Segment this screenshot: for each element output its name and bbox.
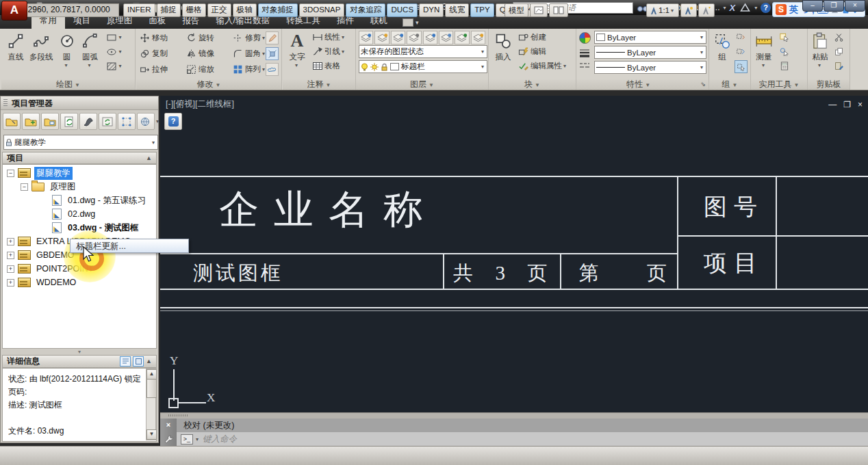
layer-state-combo[interactable]: 未保存的图层状态▾ [359, 45, 487, 58]
edit-block-button[interactable]: 编辑 [518, 46, 567, 57]
edit-attr-dropdown-icon[interactable]: ▾ [563, 63, 567, 69]
object-color-combo[interactable]: ByLayer▾ [594, 31, 706, 44]
tree-expand-icon[interactable]: + [7, 238, 14, 245]
layer-color-swatch[interactable] [390, 63, 399, 70]
tree-expand-icon[interactable]: + [7, 279, 14, 287]
erase-icon[interactable] [266, 31, 279, 44]
tree-item-label[interactable]: 03.dwg - 测试图框 [66, 222, 140, 235]
tree-item-label[interactable]: 01.dwg - 第五课练习 [66, 194, 148, 207]
paste-button[interactable]: 粘贴 ▾ [808, 30, 832, 72]
projects-collapse-icon[interactable]: ▲ [146, 152, 152, 163]
tree-item-label[interactable]: 02.dwg [66, 209, 97, 220]
publish-web-icon[interactable] [137, 113, 155, 130]
status-toggle-正交[interactable]: 正交 [207, 3, 231, 17]
status-toggle-DYN[interactable]: DYN [419, 3, 444, 17]
close-button[interactable]: × [845, 0, 865, 12]
command-window-edge[interactable] [160, 412, 868, 418]
linetype-icon[interactable] [579, 62, 591, 70]
details-section-header[interactable]: 详细信息 ▲ [2, 355, 157, 368]
palette-title[interactable]: 项目管理器 [1, 96, 158, 110]
app-menu-caret-icon[interactable]: ▾ [27, 5, 30, 12]
status-toggle-对象捕捉[interactable]: 对象捕捉 [258, 3, 298, 17]
cut-icon[interactable] [833, 31, 845, 43]
new-project-icon[interactable] [22, 113, 40, 130]
edit-attributes-button[interactable]: 编辑属性▾ [518, 60, 567, 72]
linear-dropdown-icon[interactable]: ▾ [342, 34, 346, 40]
paste-special-icon[interactable] [833, 60, 845, 72]
color-wheel-icon[interactable] [579, 32, 591, 44]
palette-help-icon[interactable]: ? [164, 113, 182, 130]
circle-dropdown-icon[interactable]: ▾ [64, 62, 68, 68]
hatch-icon[interactable] [106, 60, 118, 72]
tree-item[interactable]: 02.dwg [3, 207, 156, 221]
ime-logo-icon[interactable]: S [776, 4, 787, 15]
plot-publish-icon[interactable] [79, 113, 97, 130]
refresh-drawing-icon[interactable] [60, 113, 78, 130]
ribbon-state-caret-icon[interactable]: ▾ [416, 19, 419, 26]
mirror-button[interactable]: 镜像 [186, 48, 232, 59]
project-combo[interactable]: 腿腿教学 ▾ [3, 135, 158, 150]
layer-tool-icon-7[interactable] [455, 31, 469, 44]
tree-item-label[interactable]: 原理图 [48, 181, 78, 194]
toolbar-dropdown-icon[interactable]: ▾ [156, 118, 159, 124]
scroll-up-icon[interactable]: ▲ [146, 369, 157, 380]
paste-dropdown-icon[interactable]: ▾ [818, 62, 822, 68]
status-toggle-TPY[interactable]: TPY [470, 3, 494, 17]
group-edit-icon[interactable] [735, 46, 746, 57]
tree-item[interactable]: 01.dwg - 第五课练习 [3, 194, 156, 207]
polyline-button[interactable]: 多段线 [27, 30, 55, 72]
panel-label-utilities[interactable]: 实用工具▼ [751, 79, 807, 90]
ellipse-dropdown-icon[interactable]: ▾ [119, 49, 123, 55]
tree-item[interactable]: −原理图 [3, 180, 156, 194]
select-similar-icon[interactable] [778, 46, 790, 57]
status-toggle-线宽[interactable]: 线宽 [445, 3, 469, 17]
text-button[interactable]: A 文字 ▾ [285, 30, 309, 72]
annotation-visibility-button[interactable] [680, 3, 697, 17]
annotation-scale-button[interactable]: 1:1 ▾ [646, 3, 679, 17]
tree-collapse-icon[interactable]: − [21, 183, 28, 191]
rectangle-dropdown-icon[interactable]: ▾ [119, 34, 123, 40]
exchange-apps-icon[interactable]: X [730, 3, 736, 13]
leader-dropdown-icon[interactable]: ▾ [342, 49, 346, 55]
line-button[interactable]: 直线 [4, 30, 27, 72]
copy-button[interactable]: 复制 [139, 48, 186, 59]
layer-on-icon[interactable] [361, 63, 368, 71]
insert-block-button[interactable]: 插入 [492, 30, 515, 72]
command-prompt-icon[interactable]: >_ [181, 434, 193, 444]
status-toggle-DUCS[interactable]: DUCS [387, 3, 418, 17]
layer-combo[interactable]: 标题栏▾ [359, 60, 487, 73]
ime-language-toggle[interactable]: 英 [789, 3, 798, 16]
layer-tool-icon-3[interactable] [391, 31, 405, 44]
restore-button[interactable]: ❐ [824, 0, 844, 12]
layout1-button[interactable] [530, 3, 548, 17]
create-block-button[interactable]: 创建 [518, 31, 567, 43]
panel-label-modify[interactable]: 修改▼ [136, 79, 281, 90]
measure-dropdown-icon[interactable]: ▾ [762, 62, 766, 68]
scroll-thumb[interactable] [146, 379, 157, 398]
projects-section-header[interactable]: 项目▲ [2, 152, 157, 164]
leader-button[interactable]: 引线▾ [311, 46, 346, 57]
status-toggle-3DOSNAP[interactable]: 3DOSNAP [299, 3, 345, 17]
command-wrench-icon[interactable] [164, 434, 173, 444]
rectangle-icon[interactable] [106, 31, 118, 43]
command-window-grip[interactable] [168, 414, 189, 416]
open-project-icon[interactable] [3, 113, 21, 130]
text-dropdown-icon[interactable]: ▾ [295, 62, 299, 68]
rotate-button[interactable]: 旋转 [186, 32, 232, 44]
group-select-toggle-icon[interactable] [735, 60, 748, 73]
viewport-controls[interactable]: [-][俯视][二维线框] [166, 98, 234, 110]
panel-label-annotate[interactable]: 注释▼ [283, 79, 355, 90]
properties-expander-icon[interactable]: ⇘ [700, 79, 706, 90]
panel-label-draw[interactable]: 绘图▼ [1, 79, 135, 90]
calculator-icon[interactable] [778, 60, 790, 72]
annotation-autoscale-button[interactable] [698, 3, 715, 17]
minimize-button[interactable]: – [802, 0, 823, 12]
command-recent-icon[interactable]: ▾ [196, 436, 200, 442]
drawing-canvas[interactable]: [-][俯视][二维线框] — ❐ × 企业名称 图号 项目 测试图框 共 3 … [160, 96, 868, 412]
transparent-command-icon[interactable] [118, 113, 136, 130]
panel-label-block[interactable]: 块▼ [489, 79, 576, 90]
move-button[interactable]: 移动 [139, 32, 186, 44]
panel-label-properties[interactable]: 特性▼⇘ [576, 79, 709, 90]
status-toggle-INFER[interactable]: INFER [123, 3, 155, 17]
layer-freeze-icon[interactable] [370, 63, 379, 71]
